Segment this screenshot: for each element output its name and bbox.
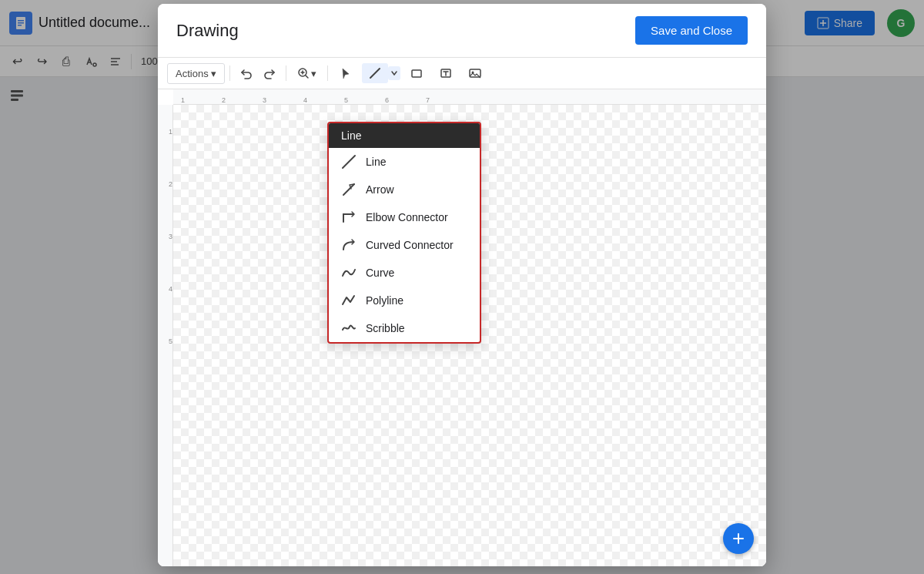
ruler-h-mark: 7 — [426, 96, 430, 104]
ruler-h-mark: 5 — [344, 96, 348, 104]
ruler-horizontal: 1 2 3 4 5 6 7 — [173, 89, 766, 105]
ruler-v-mark: 4 — [169, 285, 172, 293]
helper-button[interactable] — [723, 523, 754, 554]
ruler-h-mark: 3 — [263, 96, 266, 104]
curve-icon — [341, 265, 357, 280]
modal-header: Drawing Save and Close — [158, 4, 766, 58]
dropdown-item-curve-label: Curve — [366, 267, 394, 279]
polyline-icon — [341, 293, 357, 308]
line-tool-button[interactable] — [362, 63, 388, 83]
ruler-h-mark: 2 — [222, 96, 226, 104]
dropdown-item-curve[interactable]: Curve — [329, 259, 480, 287]
svg-rect-8 — [412, 70, 421, 77]
dropdown-item-curved-connector-label: Curved Connector — [366, 239, 454, 251]
ruler-v-mark: 1 — [169, 128, 172, 136]
dropdown-item-arrow[interactable]: Arrow — [329, 176, 480, 203]
ruler-h-mark: 1 — [181, 96, 185, 104]
ruler-h-mark: 6 — [385, 96, 389, 104]
ruler-v-mark: 5 — [169, 337, 172, 345]
scribble-icon — [341, 321, 357, 336]
actions-chevron-icon: ▾ — [211, 68, 216, 79]
sep2 — [286, 65, 286, 81]
drawing-toolbar: Actions ▾ ▾ — [158, 58, 766, 89]
dropdown-item-scribble-label: Scribble — [366, 322, 405, 334]
line-dropdown-menu: Line Line Arrow Elbow Connecto — [327, 122, 481, 344]
zoom-button[interactable]: ▾ — [291, 64, 323, 82]
sep1 — [229, 65, 230, 81]
drawing-undo-button[interactable] — [235, 62, 256, 84]
dropdown-item-elbow[interactable]: Elbow Connector — [329, 203, 480, 231]
image-tool-button[interactable] — [462, 63, 488, 83]
ruler-v-mark: 2 — [169, 180, 172, 188]
line-icon — [341, 154, 357, 170]
line-tool-dropdown-button[interactable] — [388, 66, 400, 80]
text-tool-button[interactable] — [433, 63, 459, 83]
curved-connector-icon — [341, 237, 357, 253]
dropdown-item-polyline[interactable]: Polyline — [329, 287, 480, 314]
actions-label: Actions — [176, 68, 209, 79]
dropdown-item-curved-connector[interactable]: Curved Connector — [329, 231, 480, 259]
modal-title: Drawing — [176, 21, 239, 41]
dropdown-item-polyline-label: Polyline — [366, 294, 403, 307]
drawing-canvas[interactable]: 1 2 3 4 5 6 7 1 2 3 4 5 Line — [158, 89, 766, 566]
zoom-chevron: ▾ — [311, 68, 316, 79]
select-tool-button[interactable] — [333, 63, 359, 83]
ruler-vertical: 1 2 3 4 5 — [158, 105, 173, 566]
sep3 — [327, 65, 328, 81]
dropdown-item-elbow-label: Elbow Connector — [366, 211, 448, 223]
ruler-v-mark: 3 — [169, 233, 172, 240]
dropdown-item-scribble[interactable]: Scribble — [329, 314, 480, 342]
dropdown-item-arrow-label: Arrow — [366, 183, 394, 196]
dropdown-item-line-label: Line — [366, 156, 386, 168]
line-tool-container — [362, 63, 400, 83]
drawing-redo-button[interactable] — [259, 62, 281, 84]
arrow-icon — [341, 182, 357, 197]
dropdown-item-line[interactable]: Line — [329, 148, 480, 176]
elbow-connector-icon — [341, 210, 357, 225]
save-close-button[interactable]: Save and Close — [635, 16, 748, 45]
drawing-modal: Drawing Save and Close Actions ▾ ▾ — [158, 4, 766, 566]
dropdown-header: Line — [329, 123, 480, 148]
ruler-h-mark: 4 — [303, 96, 307, 104]
actions-button[interactable]: Actions ▾ — [167, 63, 225, 84]
shape-tool-button[interactable] — [403, 63, 430, 83]
